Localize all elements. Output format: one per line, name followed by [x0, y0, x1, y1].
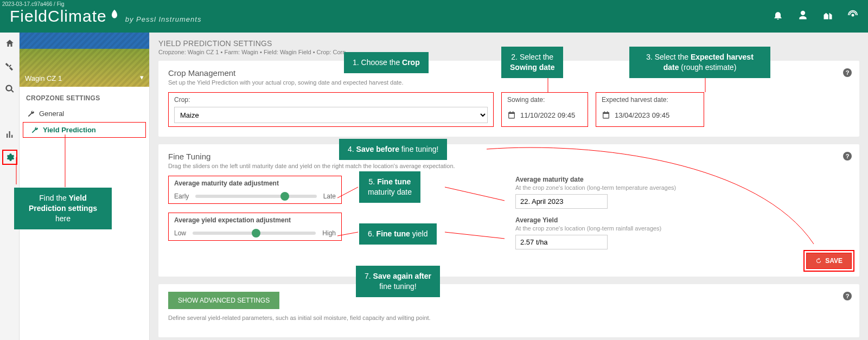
- crop-label: Crop:: [174, 96, 488, 104]
- annot-3: 3. Select the Expected harvest date (rou…: [629, 47, 770, 78]
- annot-7: 7. Save again after fine tuning!: [356, 266, 440, 297]
- wrench-icon: [31, 126, 39, 134]
- crop-mgmt-sub: Set up the Yield Prediction with your ac…: [168, 79, 850, 86]
- show-advanced-button[interactable]: SHOW ADVANCED SETTINGS: [168, 292, 279, 309]
- help-icon[interactable]: ?: [843, 292, 852, 300]
- broadcast-icon[interactable]: [847, 10, 858, 23]
- harvest-date-input[interactable]: 13/04/2023 09:45: [602, 107, 698, 123]
- annot-4: 4. Save before fine tuning!: [339, 139, 447, 160]
- build-tag: 2023-03-17.c97a466 / Fig: [2, 1, 65, 7]
- help-icon[interactable]: ?: [843, 152, 852, 161]
- calendar-icon: [602, 111, 610, 119]
- annot-2: 2. Select the Sowing date: [501, 47, 563, 78]
- logo-text: FieldClimate: [10, 7, 107, 25]
- yield-right: High: [322, 229, 336, 237]
- cropzone-title: Wagin CZ 1: [25, 74, 62, 82]
- advanced-sub: Define several yield-related parameters,…: [168, 315, 850, 321]
- out-maturity-val: 22. April 2023: [515, 194, 608, 209]
- annot-0: Find the Yield Prediction settings here: [14, 188, 112, 229]
- maturity-right: Late: [323, 193, 336, 200]
- cropzone-hero[interactable]: Wagin CZ 1 ▾: [20, 33, 149, 87]
- left-panel: Wagin CZ 1 ▾ CROPZONE SETTINGS General Y…: [20, 33, 150, 340]
- out-maturity-label: Average maturity date: [515, 176, 850, 183]
- sowing-date-input[interactable]: 11/10/2022 09:45: [507, 107, 582, 123]
- sowing-field: Sowing date: 11/10/2022 09:45: [501, 92, 588, 127]
- yield-left: Low: [174, 229, 186, 237]
- yield-label: Average yield expectation adjustment: [174, 216, 336, 224]
- maturity-tuner: Average maturity date adjustment Early L…: [168, 176, 342, 204]
- nav-general-label: General: [39, 110, 64, 118]
- wrench-icon: [27, 110, 35, 118]
- nav-yield-prediction[interactable]: Yield Prediction: [23, 122, 146, 138]
- out-maturity-sub: At the crop zone's location (long-term t…: [515, 184, 850, 191]
- main-area: YIELD PREDICTION SETTINGS Cropzone: Wagi…: [150, 33, 868, 340]
- harvest-label: Expected harvest date:: [602, 96, 698, 104]
- maturity-output: Average maturity date At the crop zone's…: [515, 176, 850, 209]
- crop-select[interactable]: Maize: [174, 107, 488, 123]
- help-icon[interactable]: ?: [843, 68, 852, 77]
- calendar-icon: [507, 111, 516, 119]
- harvest-value: 13/04/2023 09:45: [615, 111, 669, 119]
- bell-icon[interactable]: [773, 10, 783, 23]
- harvest-field: Expected harvest date: 13/04/2023 09:45: [596, 92, 704, 127]
- annot-5: 5. Fine tune maturity date: [359, 171, 420, 203]
- out-yield-label: Average Yield: [515, 216, 850, 224]
- user-icon[interactable]: [797, 10, 808, 23]
- ft-heading: Fine Tuning: [168, 152, 850, 161]
- rail-chart-icon[interactable]: [2, 127, 17, 142]
- maturity-label: Average maturity date adjustment: [174, 179, 336, 187]
- chevron-down-icon: ▾: [140, 73, 144, 81]
- maturity-slider[interactable]: [195, 195, 316, 198]
- sowing-label: Sowing date:: [507, 96, 582, 104]
- farm-icon[interactable]: [822, 10, 833, 23]
- yield-slider[interactable]: [193, 232, 316, 235]
- yield-output: Average Yield At the crop zone's locatio…: [515, 216, 850, 249]
- top-bar: 2023-03-17.c97a466 / Fig FieldClimate by…: [0, 0, 868, 33]
- yield-tuner: Average yield expectation adjustment Low…: [168, 213, 342, 241]
- annot-1: 1. Choose the Crop: [344, 52, 429, 73]
- card-advanced: ? SHOW ADVANCED SETTINGS Define several …: [158, 284, 859, 337]
- save-label: SAVE: [825, 257, 843, 265]
- logo-byline: by Pessl Instruments: [125, 15, 202, 23]
- crop-field: Crop: Maize: [168, 92, 494, 127]
- annot-6: 6. Fine tune yield: [359, 223, 437, 245]
- ft-sub: Drag the sliders on the left until matur…: [168, 163, 850, 169]
- svg-point-0: [852, 14, 854, 17]
- rail-satellite-icon[interactable]: [2, 59, 17, 74]
- logo: FieldClimate by Pessl Instruments: [10, 7, 201, 25]
- nav-general[interactable]: General: [20, 106, 149, 121]
- nav-yield-label: Yield Prediction: [43, 126, 96, 134]
- rail-settings-icon[interactable]: [2, 150, 17, 165]
- rail-search-icon[interactable]: [2, 81, 17, 97]
- rail-home-icon[interactable]: [2, 36, 17, 51]
- leaf-icon: [109, 5, 120, 23]
- rail-irrigation-icon[interactable]: [2, 104, 17, 119]
- icon-rail: [0, 33, 20, 340]
- sowing-value: 11/10/2022 09:45: [520, 111, 575, 119]
- refresh-icon: [815, 258, 822, 264]
- leftpanel-heading: CROPZONE SETTINGS: [26, 94, 143, 102]
- maturity-left: Early: [174, 193, 189, 200]
- out-yield-val: 2.57 t/ha: [515, 235, 608, 249]
- save-button[interactable]: SAVE: [806, 253, 852, 269]
- card-fine-tuning: ? Fine Tuning Drag the sliders on the le…: [158, 144, 859, 277]
- out-yield-sub: At the crop zone's location (long-term r…: [515, 225, 850, 232]
